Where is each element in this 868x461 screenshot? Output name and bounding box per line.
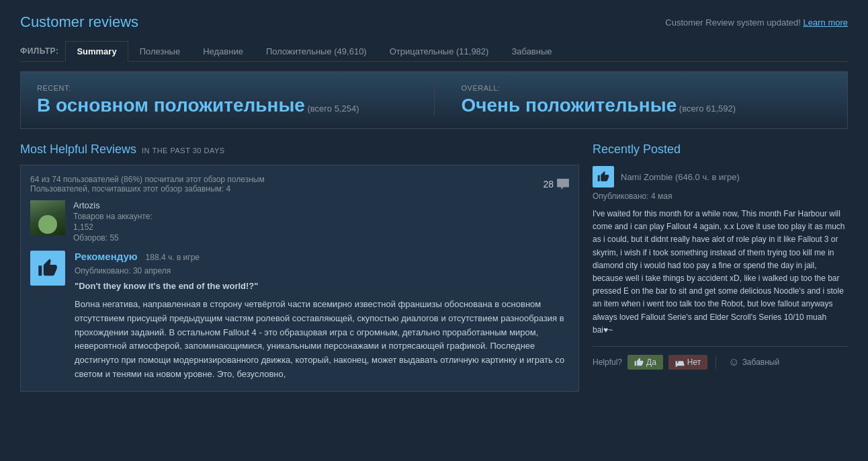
reviewer-items-count: 1,152 (73, 222, 153, 232)
comment-icon (557, 179, 569, 190)
tab-negative[interactable]: Отрицательные (11,982) (378, 41, 501, 62)
review-body: Рекомендую 188.4 ч. в игре Опубликовано:… (30, 251, 569, 382)
recently-posted-title: Recently Posted (593, 142, 848, 157)
yes-button[interactable]: Да (627, 355, 663, 370)
tab-recent[interactable]: Недавние (191, 41, 255, 62)
helpful-bar-label: Helpful? (593, 358, 622, 367)
reviewer-items-label: Товаров на аккаунте: (73, 212, 153, 221)
review-body-text: Волна негатива, направленная в сторону ч… (75, 298, 569, 382)
page-title: Customer reviews (20, 13, 138, 31)
overall-count: (всего 61,592) (679, 103, 736, 114)
filter-bar: ФИЛЬТР: Summary Полезные Недавние Положи… (20, 40, 848, 62)
no-button[interactable]: Нет (668, 355, 707, 370)
helpful-count: 28 (543, 179, 569, 190)
recent-count: (всего 5,254) (308, 103, 359, 114)
helpful-bar: Helpful? Да Нет ☺ Забавный (593, 346, 848, 371)
thumb-up-icon (30, 251, 65, 286)
yes-label: Да (646, 358, 656, 367)
review-meta-top: 64 из 74 пользователей (86%) посчитали э… (30, 175, 569, 194)
most-helpful-section: Most Helpful Reviews IN THE PAST 30 DAYS… (20, 142, 579, 400)
review-quote: "Don't they know it's the end of the wor… (75, 281, 569, 291)
learn-more-link[interactable]: Learn more (804, 17, 848, 28)
recent-date: Опубликовано: 4 мая (593, 192, 848, 201)
overall-value: Очень положительные (462, 95, 677, 116)
funny-button[interactable]: ☺ Забавный (724, 353, 783, 371)
tab-positive[interactable]: Положительные (49,610) (255, 41, 378, 62)
tab-helpful[interactable]: Полезные (128, 41, 192, 62)
reviewer-details: Artozis Товаров на аккаунте: 1,152 Обзор… (73, 200, 153, 243)
review-system-notice: Customer Review system updated! Learn mo… (665, 17, 848, 28)
tab-funny[interactable]: Забавные (500, 41, 563, 62)
comment-count: 28 (543, 179, 554, 190)
no-label: Нет (687, 358, 701, 367)
recent-reviewer-row: Nami Zombie (646.0 ч. в игре) (593, 166, 848, 187)
review-date: Опубликовано: 30 апреля (75, 266, 569, 276)
helpful-info: 64 из 74 пользователей (86%) посчитали э… (30, 175, 265, 194)
recent-review-text: I've waited for this month for a while n… (593, 208, 848, 337)
overall-label: OVERALL: (462, 84, 832, 92)
recent-value: В основном положительные (37, 95, 305, 116)
recent-rating: RECENT: В основном положительные (всего … (37, 84, 407, 116)
overall-rating: OVERALL: Очень положительные (всего 61,5… (434, 84, 832, 116)
review-text-block: Рекомендую 188.4 ч. в игре Опубликовано:… (75, 251, 569, 382)
filter-label: ФИЛЬТР: (20, 42, 65, 60)
review-card: 64 из 74 пользователей (86%) посчитали э… (20, 165, 579, 392)
smiley-icon: ☺ (728, 356, 739, 368)
reviewer-info: Artozis Товаров на аккаунте: 1,152 Обзор… (30, 200, 569, 243)
tab-summary[interactable]: Summary (65, 41, 128, 62)
avatar (30, 200, 65, 235)
recently-posted-section: Recently Posted Nami Zombie (646.0 ч. в … (593, 142, 848, 400)
hours-played: 188.4 ч. в игре (146, 253, 200, 262)
funny-label: Забавный (742, 358, 780, 367)
recent-reviewer-name: Nami Zombie (646.0 ч. в игре) (621, 172, 740, 182)
recent-thumb-icon (593, 166, 614, 187)
thumb-container (30, 251, 65, 382)
funny-users-text: Пользователей, посчитавших этот обзор за… (30, 184, 265, 194)
helpful-users-text: 64 из 74 пользователей (86%) посчитали э… (30, 175, 265, 184)
reviewer-name: Artozis (73, 200, 153, 210)
most-helpful-subtitle: IN THE PAST 30 DAYS (142, 146, 225, 155)
rating-box: RECENT: В основном положительные (всего … (20, 71, 848, 129)
recent-label: RECENT: (37, 84, 407, 92)
recommend-label: Рекомендую (75, 251, 138, 262)
most-helpful-title: Most Helpful Reviews (20, 142, 136, 157)
reviewer-reviews: Обзоров: 55 (73, 233, 153, 243)
